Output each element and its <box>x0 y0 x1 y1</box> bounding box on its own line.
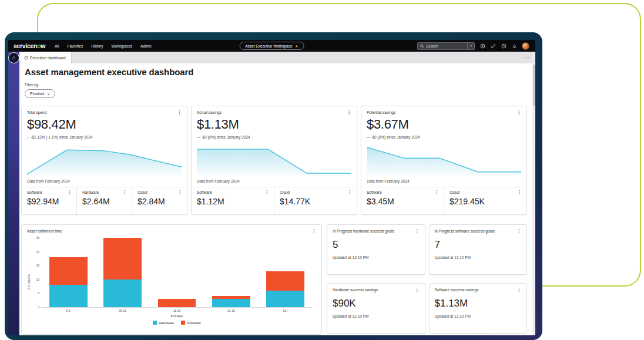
notifications-bell-icon[interactable] <box>511 43 517 49</box>
bottom-row: Asset fulfillment time ⋮ # of requests 0… <box>21 224 527 335</box>
y-tick-label: 0 <box>32 305 39 309</box>
link-icon[interactable] <box>490 43 496 49</box>
chart-plot-area: 0510152025 <box>41 238 313 308</box>
kebab-menu-icon[interactable]: ⋮ <box>264 190 269 195</box>
chevron-down-icon: ∨ <box>47 92 49 96</box>
kpi-breakdown: Software⋮ $3.45M Cloud⋮ $219.45K <box>361 187 526 214</box>
kpi-card-actual-savings: Actual savings ⋮ $1.13M — $0 (0%) since … <box>191 106 357 215</box>
breakdown-value: $2.64M <box>82 197 127 206</box>
x-tick-label: 11-20 <box>158 309 196 312</box>
kebab-menu-icon[interactable]: ⋮ <box>177 190 182 195</box>
kebab-menu-icon[interactable]: ⋮ <box>516 110 521 115</box>
kebab-menu-icon[interactable]: ⋮ <box>67 190 72 195</box>
breakdown-label: Software <box>27 190 42 195</box>
kebab-menu-icon[interactable]: ⋮ <box>516 229 521 234</box>
bar-segment-software <box>49 257 88 285</box>
breakdown-label: Cloud <box>137 190 147 195</box>
user-avatar[interactable] <box>522 42 529 50</box>
x-tick-label: 06-10 <box>103 309 142 312</box>
stat-updated: Updated at 12.10 PM <box>435 314 522 318</box>
chevron-down-icon: ▾ <box>470 44 472 48</box>
nav-right-controls: Search ▾ <box>417 42 529 50</box>
stat-card-hardware-goals: In Progress hardware success goals⋮ 5 Up… <box>327 224 425 275</box>
filter-section: Filter by: Product ∨ <box>25 83 527 98</box>
stat-title: In Progress hardware success goals <box>333 229 394 233</box>
product-filter-dropdown[interactable]: Product ∨ <box>25 89 55 98</box>
trend-sparkline <box>27 143 182 176</box>
kebab-menu-icon[interactable]: ⋮ <box>517 190 522 195</box>
kpi-breakdown: Software⋮ $1.12M Cloud⋮ $14.77K <box>192 187 357 214</box>
stat-card-grid: In Progress hardware success goals⋮ 5 Up… <box>327 224 527 335</box>
kebab-menu-icon[interactable]: ⋮ <box>177 110 182 115</box>
nav-item-history[interactable]: History <box>91 44 103 48</box>
x-tick-label: 0-5 <box>49 309 88 312</box>
breakdown-software: Software⋮ $3.45M <box>361 187 444 214</box>
tab-label: Executive dashboard <box>30 56 66 60</box>
kebab-menu-icon[interactable]: ⋮ <box>415 288 420 292</box>
kpi-value: $3.67M <box>367 117 521 132</box>
servicenow-logo[interactable]: servicenow <box>14 42 45 49</box>
stat-card-software-savings: Software success savings⋮ $1.13M Updated… <box>429 283 528 334</box>
home-button[interactable]: ⌂ <box>8 52 19 63</box>
kpi-footnote: Data from February 2024 <box>367 179 521 183</box>
kebab-menu-icon[interactable]: ⋮ <box>311 229 316 234</box>
stat-card-hardware-savings: Hardware success savings⋮ $90K Updated a… <box>327 283 425 334</box>
tab-overflow-menu[interactable]: ⋯ <box>524 55 532 60</box>
kpi-card-total-spend: Total spend ⋮ $98.42M ↓ -$1.12M (-1.1%) … <box>21 106 187 215</box>
kpi-title: Total spend <box>27 110 46 115</box>
nav-item-admin[interactable]: Admin <box>140 44 151 48</box>
stat-card-software-goals: In Progress software success goals⋮ 7 Up… <box>429 224 528 275</box>
x-axis-label: # of days <box>41 314 313 318</box>
kebab-menu-icon[interactable]: ⋮ <box>516 288 521 292</box>
kpi-value: $98.42M <box>27 117 182 132</box>
search-scope-dropdown[interactable]: ▾ <box>467 43 472 49</box>
stat-value: $1.13M <box>435 298 522 309</box>
kebab-menu-icon[interactable]: ⋮ <box>122 190 127 195</box>
nav-item-favorites[interactable]: Favorites <box>67 44 83 48</box>
legend-label: Hardware <box>159 321 174 325</box>
kebab-menu-icon[interactable]: ⋮ <box>347 190 352 195</box>
bar-group-0-5 <box>49 257 88 307</box>
favorite-star-icon[interactable]: ★ <box>295 44 298 48</box>
breakdown-label: Software <box>197 190 212 195</box>
breakdown-cloud: Cloud⋮ $2.84M <box>132 187 187 214</box>
breakdown-value: $14.77K <box>280 197 352 206</box>
top-navbar: servicenow All Favorites History Workspa… <box>8 40 535 52</box>
stat-value: $90K <box>333 298 420 309</box>
nav-item-workspaces[interactable]: Workspaces <box>111 44 132 48</box>
add-button[interactable] <box>479 43 485 49</box>
tab-executive-dashboard[interactable]: Executive dashboard <box>19 52 72 63</box>
help-clock-icon[interactable] <box>501 43 507 49</box>
nav-menu: All Favorites History Workspaces Admin <box>55 44 151 48</box>
search-placeholder: Search <box>426 44 438 48</box>
kebab-menu-icon[interactable]: ⋮ <box>434 190 439 195</box>
kpi-delta-text: -$1.12M (-1.1%) since January 2024 <box>31 135 92 139</box>
trend-down-icon: ↓ <box>27 135 29 139</box>
scrollbar-thumb[interactable] <box>533 65 535 106</box>
filter-value: Product <box>30 92 44 96</box>
breakdown-hardware: Hardware⋮ $2.64M <box>76 187 132 214</box>
workspace-pill-label: Asset Executive Workspace <box>245 44 292 48</box>
kebab-menu-icon[interactable]: ⋮ <box>347 110 351 115</box>
bar-segment-software <box>266 271 304 291</box>
search-icon <box>420 44 424 48</box>
dashboard-content: Asset management executive dashboard Fil… <box>19 63 532 335</box>
workspace-switcher-pill[interactable]: Asset Executive Workspace ★ <box>239 42 304 50</box>
kpi-footnote: Data from February 2024 <box>27 179 182 183</box>
trend-flat-icon: — <box>197 135 201 139</box>
breakdown-value: $219.45K <box>450 197 522 206</box>
y-tick-label: 25 <box>32 236 39 240</box>
y-tick-label: 15 <box>32 264 39 267</box>
breakdown-label: Cloud <box>280 190 290 195</box>
trend-sparkline <box>197 143 351 176</box>
kpi-breakdown: Software⋮ $92.94M Hardware⋮ $2.64M Cloud… <box>22 187 187 214</box>
bar-group-21-30 <box>212 296 250 307</box>
bar-group-06-10 <box>103 238 142 307</box>
bar-segment-hardware <box>103 280 142 307</box>
global-search-input[interactable]: Search ▾ <box>417 42 475 50</box>
page-title: Asset management executive dashboard <box>25 67 527 77</box>
trend-flat-icon: — <box>367 135 371 139</box>
nav-item-all[interactable]: All <box>55 44 59 48</box>
chart-legend: HardwareSoftware <box>41 321 313 325</box>
kebab-menu-icon[interactable]: ⋮ <box>415 229 420 234</box>
